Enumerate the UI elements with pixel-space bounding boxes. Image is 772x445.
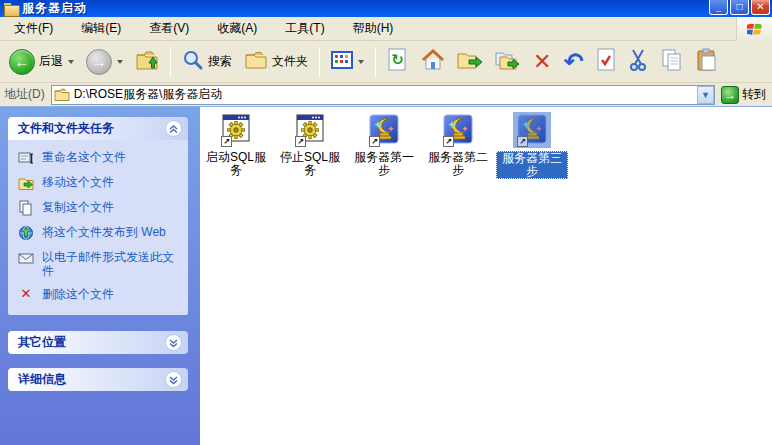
maximize-button[interactable]: □ <box>730 0 749 15</box>
rose-server-shortcut-icon: ↗ <box>516 113 548 148</box>
panel-header-file-tasks[interactable]: 文件和文件夹任务 <box>8 117 188 140</box>
file-stop-sql-service[interactable]: ↗ 停止SQL服务 <box>274 112 346 177</box>
rose-server-shortcut-icon: ↗ <box>442 113 474 148</box>
panel-body-file-tasks: 重命名这个文件 移动这个文件 <box>8 140 188 315</box>
file-server-step-two[interactable]: ↗ 服务器第二步 <box>422 112 494 177</box>
publish-web-icon <box>18 225 34 241</box>
search-button[interactable]: 搜索 <box>177 45 237 78</box>
addressbar: 地址(D) D:\ROSE服务器\服务器启动 ▼ → 转到 <box>0 83 772 107</box>
menu-favorites[interactable]: 收藏(A) <box>203 16 271 41</box>
back-icon: ← <box>9 49 35 75</box>
rename-icon <box>18 150 34 166</box>
task-rename-file[interactable]: 重命名这个文件 <box>18 150 182 166</box>
address-input[interactable]: D:\ROSE服务器\服务器启动 ▼ <box>51 85 715 105</box>
task-label: 复制这个文件 <box>42 200 114 214</box>
toolbar-separator <box>375 47 376 77</box>
panel-title: 详细信息 <box>18 371 66 388</box>
back-button[interactable]: ← 后退 <box>4 45 79 79</box>
properties-icon <box>596 48 616 75</box>
task-label: 移动这个文件 <box>42 175 114 189</box>
paste-button[interactable] <box>691 44 723 79</box>
cut-icon <box>628 48 648 75</box>
svg-text:↻: ↻ <box>391 51 404 68</box>
shortcut-arrow-icon: ↗ <box>443 136 454 147</box>
file-label: 服务器第一步 <box>348 151 420 177</box>
delete-button[interactable]: ✕ <box>528 47 556 77</box>
forward-button[interactable]: → <box>81 45 128 79</box>
go-button[interactable]: → 转到 <box>719 86 770 104</box>
menu-view[interactable]: 查看(V) <box>135 16 203 41</box>
minimize-button[interactable]: _ <box>709 0 728 15</box>
task-move-file[interactable]: 移动这个文件 <box>18 175 182 191</box>
move-to-button[interactable] <box>452 45 488 78</box>
taskpane: 文件和文件夹任务 <box>0 107 200 445</box>
up-icon <box>135 48 159 75</box>
delete-icon: ✕ <box>533 51 551 73</box>
shortcut-arrow-icon: ↗ <box>221 136 232 147</box>
task-email-file[interactable]: 以电子邮件形式发送此文件 <box>18 250 182 278</box>
menu-tools[interactable]: 工具(T) <box>271 16 338 41</box>
task-label: 将这个文件发布到 Web <box>42 225 166 239</box>
folder-icon <box>4 3 18 15</box>
shortcut-arrow-icon: ↗ <box>295 136 306 147</box>
menu-help[interactable]: 帮助(H) <box>339 16 408 41</box>
move-to-icon <box>457 49 483 74</box>
toolbar: ← 后退 → 搜索 <box>0 41 772 83</box>
copy-to-icon <box>495 49 521 74</box>
file-server-step-three[interactable]: ↗ 服务器第三步 <box>496 112 568 179</box>
paste-icon <box>696 48 718 75</box>
folders-button[interactable]: 文件夹 <box>239 45 313 78</box>
copy-button[interactable] <box>655 44 689 79</box>
file-label: 服务器第二步 <box>422 151 494 177</box>
views-icon <box>331 51 353 72</box>
file-start-sql-service[interactable]: ↗ 启动SQL服务 <box>200 112 272 177</box>
windows-logo-icon <box>736 17 772 41</box>
task-copy-file[interactable]: 复制这个文件 <box>18 200 182 216</box>
file-label: 服务器第三步 <box>496 151 568 179</box>
chevron-up-icon[interactable] <box>165 120 182 137</box>
move-icon <box>18 175 34 191</box>
shortcut-arrow-icon: ↗ <box>369 136 380 147</box>
copy-to-button[interactable] <box>490 45 526 78</box>
cut-button[interactable] <box>623 44 653 79</box>
file-server-step-one[interactable]: ↗ 服务器第一步 <box>348 112 420 177</box>
folders-label: 文件夹 <box>272 53 308 70</box>
go-arrow-icon: → <box>721 86 739 104</box>
panel-header-other-places[interactable]: 其它位置 <box>8 331 188 354</box>
refresh-icon: ↻ <box>387 48 409 75</box>
refresh-button[interactable]: ↻ <box>382 44 414 79</box>
task-delete-file[interactable]: ✕ 删除这个文件 <box>18 287 182 303</box>
titlebar: 服务器启动 _ □ ✕ <box>0 0 772 17</box>
sql-service-shortcut-icon: ↗ <box>294 113 326 148</box>
task-publish-file-web[interactable]: 将这个文件发布到 Web <box>18 225 182 241</box>
panel-title: 其它位置 <box>18 334 66 351</box>
address-dropdown-icon[interactable]: ▼ <box>697 86 714 104</box>
address-path: D:\ROSE服务器\服务器启动 <box>74 86 223 103</box>
chevron-down-icon[interactable] <box>165 334 182 351</box>
task-label: 以电子邮件形式发送此文件 <box>42 250 182 278</box>
menu-file[interactable]: 文件(F) <box>0 16 67 41</box>
menu-edit[interactable]: 编辑(E) <box>67 16 135 41</box>
chevron-down-icon[interactable] <box>165 371 182 388</box>
rose-server-shortcut-icon: ↗ <box>368 113 400 148</box>
back-dropdown-icon <box>68 60 74 64</box>
panel-details: 详细信息 <box>8 368 188 391</box>
forward-dropdown-icon <box>117 60 123 64</box>
undo-button[interactable]: ↶ <box>558 47 588 77</box>
up-button[interactable] <box>130 44 164 79</box>
menubar: 文件(F) 编辑(E) 查看(V) 收藏(A) 工具(T) 帮助(H) <box>0 17 772 41</box>
sql-service-shortcut-icon: ↗ <box>220 113 252 148</box>
views-button[interactable] <box>326 47 369 76</box>
file-list: ↗ 启动SQL服务 <box>200 107 772 445</box>
task-label: 重命名这个文件 <box>42 150 126 164</box>
properties-button[interactable] <box>591 44 621 79</box>
go-label: 转到 <box>742 86 766 103</box>
back-label: 后退 <box>39 53 63 70</box>
task-label: 删除这个文件 <box>42 287 114 301</box>
close-button[interactable]: ✕ <box>751 0 770 15</box>
panel-file-tasks: 文件和文件夹任务 <box>8 117 188 315</box>
home-button[interactable] <box>416 44 450 79</box>
shortcut-arrow-icon: ↗ <box>517 136 528 147</box>
panel-title: 文件和文件夹任务 <box>18 120 114 137</box>
panel-header-details[interactable]: 详细信息 <box>8 368 188 391</box>
